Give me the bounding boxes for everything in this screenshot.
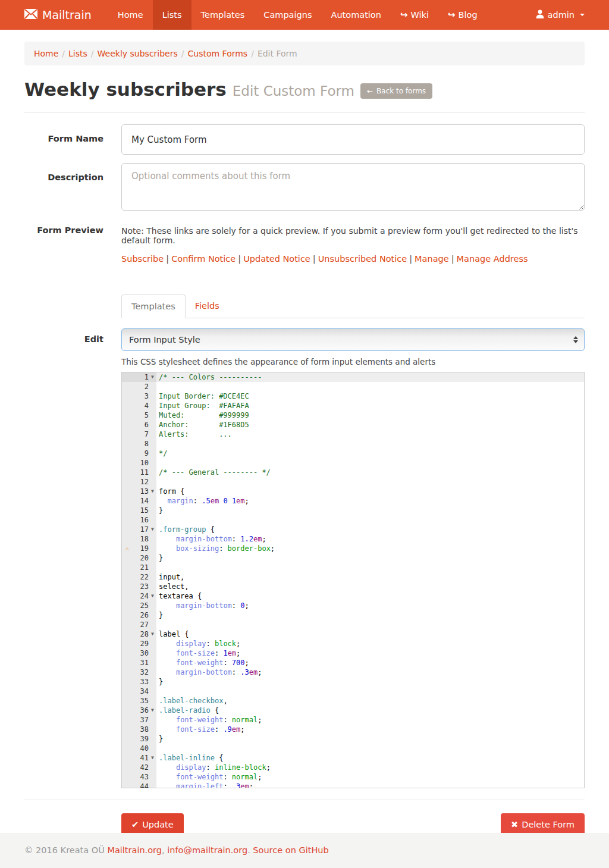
preview-link-unsubscribed-notice[interactable]: Unsubscribed Notice <box>318 254 407 264</box>
gutter-cell[interactable]: 22 <box>122 572 156 582</box>
gutter-cell[interactable]: 37 <box>122 715 156 725</box>
nav-item-templates[interactable]: Templates <box>192 0 255 30</box>
fold-arrow-icon[interactable]: ▼ <box>149 629 156 639</box>
breadcrumb-link[interactable]: Custom Forms <box>188 49 248 58</box>
tab-fields[interactable]: Fields <box>186 294 229 318</box>
gutter-cell[interactable]: 1▼ <box>122 372 156 382</box>
gutter-cell[interactable]: 8 <box>122 439 156 449</box>
gutter-cell[interactable]: 11 <box>122 468 156 477</box>
gutter-cell[interactable]: 2 <box>122 382 156 391</box>
gutter-cell[interactable]: 7 <box>122 430 156 439</box>
css-code-editor[interactable]: 1▼/* --- Colors ----------23Input Border… <box>121 372 585 788</box>
gutter-cell[interactable]: 24▼ <box>122 591 156 601</box>
nav-item-campaigns[interactable]: Campaigns <box>254 0 321 30</box>
nav-item-home[interactable]: Home <box>108 0 153 30</box>
breadcrumb-link[interactable]: Lists <box>68 49 87 58</box>
code-text: Muted: #999999 <box>156 411 584 420</box>
gutter-cell[interactable]: 40 <box>122 744 156 753</box>
line-number: 6 <box>132 420 149 430</box>
line-number: 9 <box>132 449 149 458</box>
nav-item-automation[interactable]: Automation <box>321 0 390 30</box>
gutter-cell[interactable]: 25 <box>122 601 156 610</box>
gutter-cell[interactable]: 6 <box>122 420 156 430</box>
user-menu[interactable]: admin <box>529 0 609 30</box>
footer-link-email[interactable]: info@mailtrain.org <box>167 845 247 855</box>
footer-link-github[interactable]: Source on GitHub <box>253 845 328 855</box>
gutter-cell[interactable]: 28▼ <box>122 629 156 639</box>
gutter-cell[interactable]: 3 <box>122 391 156 401</box>
line-number: 38 <box>132 725 149 734</box>
preview-link-manage-address[interactable]: Manage Address <box>457 254 528 264</box>
line-number: 30 <box>132 648 149 658</box>
fold-arrow-icon[interactable]: ▼ <box>149 372 156 382</box>
gutter-cell[interactable]: 31 <box>122 658 156 668</box>
code-text <box>156 382 584 391</box>
code-text: margin-left: .3em; <box>156 782 584 788</box>
gutter-cell[interactable]: 34 <box>122 687 156 696</box>
gutter-cell[interactable]: ⚠19 <box>122 544 156 553</box>
code-text: font-size: 1em; <box>156 648 584 658</box>
gutter-cell[interactable]: 43 <box>122 772 156 782</box>
gutter-cell[interactable]: 10 <box>122 458 156 468</box>
brand-logo[interactable]: Mailtrain <box>0 0 108 30</box>
code-line: 20} <box>122 553 584 563</box>
gutter-cell[interactable]: 16 <box>122 515 156 525</box>
gutter-cell[interactable]: 27 <box>122 620 156 629</box>
line-number: 10 <box>132 458 149 468</box>
gutter-cell[interactable]: 23 <box>122 582 156 591</box>
preview-link-manage[interactable]: Manage <box>415 254 449 264</box>
gutter-cell[interactable]: 36▼ <box>122 706 156 715</box>
gutter-cell[interactable]: 18 <box>122 534 156 544</box>
nav-item-blog[interactable]: ↪Blog <box>438 0 487 30</box>
breadcrumb-link[interactable]: Home <box>34 49 58 58</box>
select-stepper-icon <box>573 336 578 343</box>
gutter-cell[interactable]: 17▼ <box>122 525 156 534</box>
footer-link-mailtrain[interactable]: Mailtrain.org <box>107 845 162 855</box>
gutter-cell[interactable]: 12 <box>122 477 156 487</box>
code-line: 22input, <box>122 572 584 582</box>
nav-item-label: Lists <box>162 10 182 20</box>
edit-template-select[interactable]: Form Input Style <box>121 328 585 351</box>
gutter-cell[interactable]: 38 <box>122 725 156 734</box>
preview-link-updated-notice[interactable]: Updated Notice <box>243 254 310 264</box>
preview-link-subscribe[interactable]: Subscribe <box>121 254 164 264</box>
description-textarea[interactable] <box>121 163 585 211</box>
fold-arrow-icon[interactable]: ▼ <box>149 591 156 601</box>
gutter-cell[interactable]: 35 <box>122 696 156 706</box>
nav-item-wiki[interactable]: ↪Wiki <box>391 0 438 30</box>
gutter-cell[interactable]: 21 <box>122 563 156 572</box>
line-number: 12 <box>132 477 149 487</box>
fold-arrow-icon[interactable]: ▼ <box>149 525 156 534</box>
breadcrumb-link[interactable]: Weekly subscribers <box>98 49 178 58</box>
fold-arrow-icon[interactable]: ▼ <box>149 706 156 715</box>
gutter-cell[interactable]: 30 <box>122 648 156 658</box>
gutter-cell[interactable]: 15 <box>122 506 156 515</box>
gutter-cell[interactable]: 41▼ <box>122 753 156 763</box>
page-subtitle: Edit Custom Form <box>233 83 354 99</box>
fold-arrow-icon[interactable]: ▼ <box>149 487 156 496</box>
preview-link-confirm-notice[interactable]: Confirm Notice <box>171 254 236 264</box>
gutter-cell[interactable]: 5 <box>122 411 156 420</box>
footer-sep: . <box>247 845 253 855</box>
line-number: 31 <box>132 658 149 668</box>
gutter-cell[interactable]: 44 <box>122 782 156 788</box>
gutter-cell[interactable]: 39 <box>122 734 156 744</box>
nav-item-lists[interactable]: Lists <box>153 0 192 30</box>
gutter-cell[interactable]: 14 <box>122 496 156 506</box>
gutter-cell[interactable]: 42 <box>122 763 156 772</box>
gutter-cell[interactable]: 13▼ <box>122 487 156 496</box>
line-number: 42 <box>132 763 149 772</box>
fold-arrow-icon[interactable]: ▼ <box>149 753 156 763</box>
gutter-cell[interactable]: 9 <box>122 449 156 458</box>
gutter-cell[interactable]: 29 <box>122 639 156 648</box>
gutter-cell[interactable]: 33 <box>122 677 156 687</box>
form-name-input[interactable] <box>121 124 585 155</box>
gutter-cell[interactable]: 4 <box>122 401 156 411</box>
update-button-label: Update <box>142 820 174 829</box>
gutter-cell[interactable]: 26 <box>122 610 156 620</box>
share-arrow-icon: ↪ <box>400 10 408 20</box>
gutter-cell[interactable]: 20 <box>122 553 156 563</box>
tab-templates[interactable]: Templates <box>121 294 186 318</box>
back-to-forms-button[interactable]: ← Back to forms <box>360 83 432 99</box>
gutter-cell[interactable]: 32 <box>122 668 156 677</box>
